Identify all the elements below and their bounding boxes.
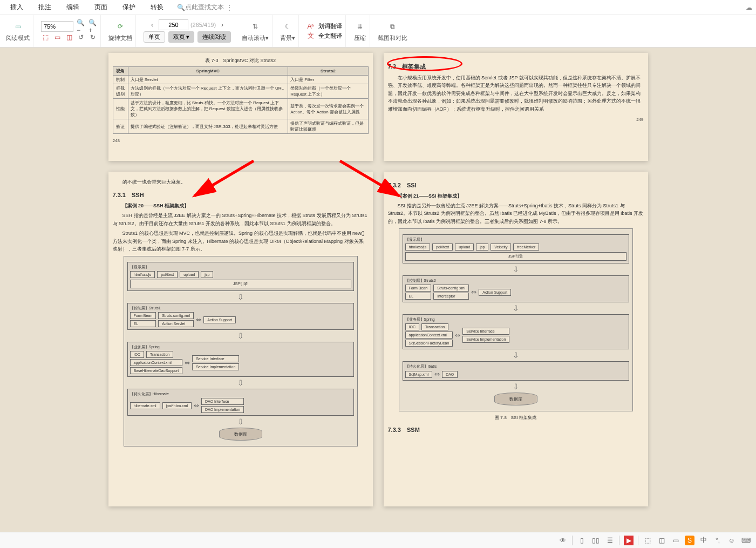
screenshot-group: ⧉ 截图和对比 xyxy=(374,15,411,47)
search-icon: 🔍 xyxy=(176,3,185,12)
double-page-button[interactable]: 双页▾ xyxy=(168,31,194,43)
prev-page-icon[interactable]: ‹ xyxy=(148,21,156,29)
menu-bar: 插入 批注 编辑 页面 保护 转换 🔍 点此查找文本 ⋮ ☁ xyxy=(0,0,756,15)
translate-group: Aᵃ划词翻译 文全文翻译 xyxy=(303,15,346,47)
rotate-doc-icon[interactable]: ⟳ xyxy=(114,20,127,33)
page-input[interactable] xyxy=(159,19,188,30)
autoscroll-label: 自动滚动▾ xyxy=(242,34,269,42)
comparison-table: 视角SpringMVCStruts2 机制入口是 Servlet入口是 Filt… xyxy=(113,66,369,134)
play-icon[interactable]: ▶ xyxy=(624,536,634,545)
screenshot-icon[interactable]: ⧉ xyxy=(386,20,399,33)
rotate-group: ⟳ 旋转文档 xyxy=(105,15,136,47)
menu-insert[interactable]: 插入 xyxy=(3,3,31,12)
ime-keyboard-icon[interactable]: ⌨ xyxy=(741,536,751,545)
background-icon[interactable]: ☾ xyxy=(281,20,294,33)
continuous-button[interactable]: 连续阅读 xyxy=(197,31,231,43)
search-placeholder: 点此查找文本 xyxy=(185,3,224,12)
view-single-icon[interactable]: ▯ xyxy=(577,536,587,545)
single-page-button[interactable]: 单页 xyxy=(144,31,165,43)
page-249: 7.3 框架集成 在小规模应用系统开发中，使用基础的 Servlet 或者 JS… xyxy=(384,53,648,161)
case-21: 【案例 21——SSI 框架集成】 xyxy=(398,193,644,200)
ssi-diagram: 【显示层】 html/css/jspoi/itextuploadjspVeloc… xyxy=(399,228,633,411)
document-canvas[interactable]: 表 7-3 SpringMVC 对比 Struts2 视角SpringMVCSt… xyxy=(0,48,756,532)
menu-convert[interactable]: 转换 xyxy=(143,3,171,12)
actual-size-icon[interactable]: ◫ xyxy=(65,33,73,42)
rotate-left-icon[interactable]: ↺ xyxy=(77,33,85,42)
zoom-select[interactable] xyxy=(41,21,73,32)
section-7-3-1: 7.3.1 SSH xyxy=(113,191,369,199)
page-number: 248 xyxy=(113,138,369,143)
ssh-diagram: 【显示层】 html/css/jspoi/itextuploadjsp JSP引… xyxy=(124,256,358,446)
page-ssh: 的不统一也会带来巨大麻烦。 7.3.1 SSH 【案例 20——SSH 框架集成… xyxy=(108,172,373,506)
cloud-icon[interactable]: ☁ xyxy=(745,3,753,12)
zoom-out-icon[interactable]: 🔍− xyxy=(77,22,85,31)
zoom-in-icon[interactable]: 🔍+ xyxy=(88,22,97,31)
tool-3-icon[interactable]: ▭ xyxy=(671,536,680,545)
read-mode-group: ▭ 阅读模式 xyxy=(3,15,33,47)
sogou-ime-icon[interactable]: S xyxy=(685,536,694,545)
ime-zh-icon[interactable]: 中 xyxy=(699,536,709,545)
menu-annotate[interactable]: 批注 xyxy=(31,3,59,12)
full-trans-label[interactable]: 全文翻译 xyxy=(318,32,342,40)
case-20: 【案例 20——SSH 框架集成】 xyxy=(122,202,369,209)
compress-icon[interactable]: ⇊ xyxy=(353,20,366,33)
status-bar: 👁 ▯ ▯▯ ☰ ▶ ⬚ ◫ ▭ S 中 °, ☺ ⌨ xyxy=(0,532,756,548)
background-group: ☾ 背景▾ xyxy=(277,15,299,47)
figure-7-8-caption: 图 7-8 SSI 框架集成 xyxy=(388,415,644,421)
next-page-icon[interactable]: › xyxy=(218,21,227,29)
eye-icon[interactable]: 👁 xyxy=(558,536,568,545)
autoscroll-icon[interactable]: ⇅ xyxy=(249,20,262,33)
page-nav-group: ‹ (265/419) › 单页 双页▾ 连续阅读 xyxy=(140,15,234,47)
background-label: 背景▾ xyxy=(280,34,295,42)
rotate-right-icon[interactable]: ↻ xyxy=(88,33,97,42)
toolbar: ▭ 阅读模式 🔍− 🔍+ ⬚ ▭ ◫ ↺ ↻ ⟳ 旋转文档 ‹ (265/419… xyxy=(0,15,756,48)
page-248: 表 7-3 SpringMVC 对比 Struts2 视角SpringMVCSt… xyxy=(108,53,373,161)
view-double-icon[interactable]: ▯▯ xyxy=(591,536,601,545)
tool-2-icon[interactable]: ◫ xyxy=(657,536,666,545)
menu-edit[interactable]: 编辑 xyxy=(59,3,87,12)
intro-text: 的不统一也会带来巨大麻烦。 xyxy=(113,178,369,186)
compress-label: 压缩 xyxy=(354,34,366,42)
menu-page[interactable]: 页面 xyxy=(87,3,115,12)
autoscroll-group: ⇅ 自动滚动▾ xyxy=(239,15,273,47)
ssh-para-1: SSH 指的是曾经是主流 J2EE 解决方案之一的 Struts+Spring+… xyxy=(113,212,369,227)
section-7-3-2: 7.3.2 SSI xyxy=(388,181,644,190)
rotate-label: 旋转文档 xyxy=(108,34,132,42)
full-trans-icon[interactable]: 文 xyxy=(307,32,315,40)
ssi-para: SSI 指的是另外一款曾经的主流 J2EE 解决方案——Struts+Sprin… xyxy=(388,202,644,225)
compress-group: ⇊ 压缩 xyxy=(350,15,370,47)
menu-protect[interactable]: 保护 xyxy=(115,3,143,12)
section-7-3: 7.3 框架集成 xyxy=(388,63,644,71)
screenshot-label: 截图和对比 xyxy=(378,34,407,42)
view-continuous-icon[interactable]: ☰ xyxy=(605,536,615,545)
tool-1-icon[interactable]: ⬚ xyxy=(643,536,652,545)
section-7-3-3: 7.3.3 SSM xyxy=(388,426,644,434)
fit-page-icon[interactable]: ▭ xyxy=(53,33,62,42)
ssh-para-2: Struts1 的核心思想是实现 MVC，也就是控制层逻辑。Spring 的核心… xyxy=(113,229,369,253)
word-trans-icon[interactable]: Aᵃ xyxy=(307,22,315,31)
fit-width-icon[interactable]: ⬚ xyxy=(41,33,50,42)
read-mode-label: 阅读模式 xyxy=(6,34,30,42)
word-trans-label[interactable]: 划词翻译 xyxy=(318,22,342,30)
page-number: 249 xyxy=(388,117,644,122)
search-box[interactable]: 🔍 点此查找文本 ⋮ xyxy=(176,3,233,12)
page-ssi: 7.3.2 SSI 【案例 21——SSI 框架集成】 SSI 指的是另外一款曾… xyxy=(384,172,648,506)
framework-intro: 在小规模应用系统开发中，使用基础的 Servlet 或者 JSP 就可以实现其功… xyxy=(388,74,644,113)
zoom-group: 🔍− 🔍+ ⬚ ▭ ◫ ↺ ↻ xyxy=(38,15,101,47)
ime-punct-icon[interactable]: °, xyxy=(713,536,723,545)
page-total: (265/419) xyxy=(190,22,216,28)
table-title: 表 7-3 SpringMVC 对比 Struts2 xyxy=(113,57,369,64)
read-mode-icon[interactable]: ▭ xyxy=(11,20,24,33)
ime-emoji-icon[interactable]: ☺ xyxy=(727,536,737,545)
